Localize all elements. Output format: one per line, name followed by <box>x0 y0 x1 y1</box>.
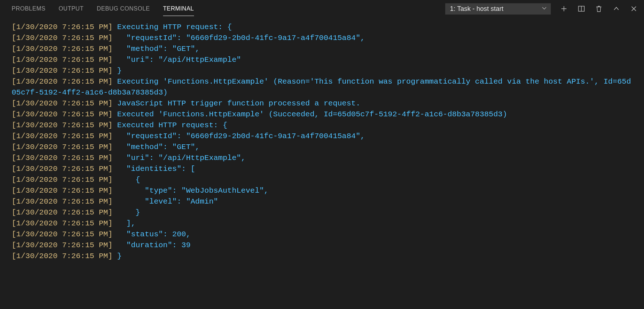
log-line: [1/30/2020 7:26:15 PM] } <box>12 251 632 262</box>
log-line: [1/30/2020 7:26:15 PM] "uri": "/api/Http… <box>12 153 632 164</box>
log-message: { <box>112 176 140 184</box>
log-line: [1/30/2020 7:26:15 PM] "requestId": "666… <box>12 33 632 44</box>
log-line: [1/30/2020 7:26:15 PM] "method": "GET", <box>12 44 632 55</box>
maximize-panel-button[interactable] <box>612 4 621 13</box>
log-timestamp: [1/30/2020 7:26:15 PM] <box>12 99 112 108</box>
log-line: [1/30/2020 7:26:15 PM] } <box>12 207 632 218</box>
log-line: [1/30/2020 7:26:15 PM] "requestId": "666… <box>12 131 632 142</box>
terminal-output[interactable]: [1/30/2020 7:26:15 PM] Executing HTTP re… <box>0 17 644 266</box>
log-message: "requestId": "6660fd29-2b0d-41fc-9a17-a4… <box>112 34 365 42</box>
log-timestamp: [1/30/2020 7:26:15 PM] <box>12 121 112 129</box>
log-timestamp: [1/30/2020 7:26:15 PM] <box>12 230 112 238</box>
log-message: "method": "GET", <box>112 45 199 53</box>
log-line: [1/30/2020 7:26:15 PM] "status": 200, <box>12 229 632 240</box>
log-line: [1/30/2020 7:26:15 PM] ], <box>12 218 632 229</box>
log-message: } <box>112 208 140 217</box>
log-timestamp: [1/30/2020 7:26:15 PM] <box>12 241 112 249</box>
tab-terminal[interactable]: TERMINAL <box>163 2 194 16</box>
log-timestamp: [1/30/2020 7:26:15 PM] <box>12 34 112 42</box>
trash-icon <box>595 5 602 12</box>
terminal-selector-label: 1: Task - host start <box>450 5 503 13</box>
chevron-up-icon <box>613 5 620 12</box>
panel-tabs: PROBLEMS OUTPUT DEBUG CONSOLE TERMINAL <box>12 2 445 16</box>
log-message: JavaScript HTTP trigger function process… <box>112 99 360 108</box>
tab-output[interactable]: OUTPUT <box>59 2 84 16</box>
log-timestamp: [1/30/2020 7:26:15 PM] <box>12 176 112 184</box>
kill-terminal-button[interactable] <box>594 4 603 13</box>
log-line: [1/30/2020 7:26:15 PM] JavaScript HTTP t… <box>12 98 632 109</box>
log-message: Executed HTTP request: { <box>112 121 227 129</box>
log-line: [1/30/2020 7:26:15 PM] "duration": 39 <box>12 240 632 251</box>
log-message: } <box>112 67 122 75</box>
close-icon <box>630 5 637 12</box>
log-line: [1/30/2020 7:26:15 PM] "method": "GET", <box>12 142 632 153</box>
log-timestamp: [1/30/2020 7:26:15 PM] <box>12 186 112 195</box>
log-line: [1/30/2020 7:26:15 PM] "identities": [ <box>12 164 632 174</box>
split-terminal-button[interactable] <box>577 4 586 13</box>
log-message: "requestId": "6660fd29-2b0d-41fc-9a17-a4… <box>112 132 365 140</box>
log-message: "uri": "/api/HttpExample" <box>112 56 241 64</box>
log-line: [1/30/2020 7:26:15 PM] { <box>12 174 632 185</box>
log-timestamp: [1/30/2020 7:26:15 PM] <box>12 23 112 31</box>
terminal-selector[interactable]: 1: Task - host start <box>445 3 551 15</box>
log-timestamp: [1/30/2020 7:26:15 PM] <box>12 110 112 119</box>
log-timestamp: [1/30/2020 7:26:15 PM] <box>12 56 112 64</box>
log-message: ], <box>112 219 135 228</box>
log-line: [1/30/2020 7:26:15 PM] "uri": "/api/Http… <box>12 55 632 65</box>
log-timestamp: [1/30/2020 7:26:15 PM] <box>12 132 112 140</box>
log-timestamp: [1/30/2020 7:26:15 PM] <box>12 165 112 173</box>
chevron-down-icon <box>542 5 547 13</box>
panel-header: PROBLEMS OUTPUT DEBUG CONSOLE TERMINAL 1… <box>0 0 644 17</box>
log-message: "identities": [ <box>112 165 195 173</box>
log-message: "method": "GET", <box>112 143 199 151</box>
log-line: [1/30/2020 7:26:15 PM] "level": "Admin" <box>12 196 632 207</box>
close-panel-button[interactable] <box>629 4 638 13</box>
log-line: [1/30/2020 7:26:15 PM] Executing HTTP re… <box>12 22 632 33</box>
log-timestamp: [1/30/2020 7:26:15 PM] <box>12 77 112 86</box>
log-message: "uri": "/api/HttpExample", <box>112 154 245 162</box>
tab-debug-console[interactable]: DEBUG CONSOLE <box>97 2 150 16</box>
log-timestamp: [1/30/2020 7:26:15 PM] <box>12 208 112 217</box>
log-message: "type": "WebJobsAuthLevel", <box>112 186 268 195</box>
log-line: [1/30/2020 7:26:15 PM] Executed 'Functio… <box>12 109 632 120</box>
log-timestamp: [1/30/2020 7:26:15 PM] <box>12 219 112 228</box>
log-timestamp: [1/30/2020 7:26:15 PM] <box>12 197 112 206</box>
plus-icon <box>560 5 568 12</box>
log-message: Executing HTTP request: { <box>112 23 232 31</box>
split-panel-icon <box>578 5 585 12</box>
terminal-controls: 1: Task - host start <box>445 3 638 15</box>
log-message: "status": 200, <box>112 230 190 238</box>
log-timestamp: [1/30/2020 7:26:15 PM] <box>12 45 112 53</box>
log-timestamp: [1/30/2020 7:26:15 PM] <box>12 67 112 75</box>
log-message: "level": "Admin" <box>112 197 218 206</box>
log-timestamp: [1/30/2020 7:26:15 PM] <box>12 252 112 260</box>
new-terminal-button[interactable] <box>560 4 568 13</box>
log-timestamp: [1/30/2020 7:26:15 PM] <box>12 154 112 162</box>
tab-problems[interactable]: PROBLEMS <box>12 2 46 16</box>
log-line: [1/30/2020 7:26:15 PM] "type": "WebJobsA… <box>12 185 632 196</box>
log-message: Executed 'Functions.HttpExample' (Succee… <box>112 110 507 119</box>
log-line: [1/30/2020 7:26:15 PM] } <box>12 65 632 76</box>
log-message: } <box>112 252 122 260</box>
log-timestamp: [1/30/2020 7:26:15 PM] <box>12 143 112 151</box>
log-message: "duration": 39 <box>112 241 190 249</box>
log-line: [1/30/2020 7:26:15 PM] Executed HTTP req… <box>12 120 632 131</box>
log-line: [1/30/2020 7:26:15 PM] Executing 'Functi… <box>12 76 632 98</box>
